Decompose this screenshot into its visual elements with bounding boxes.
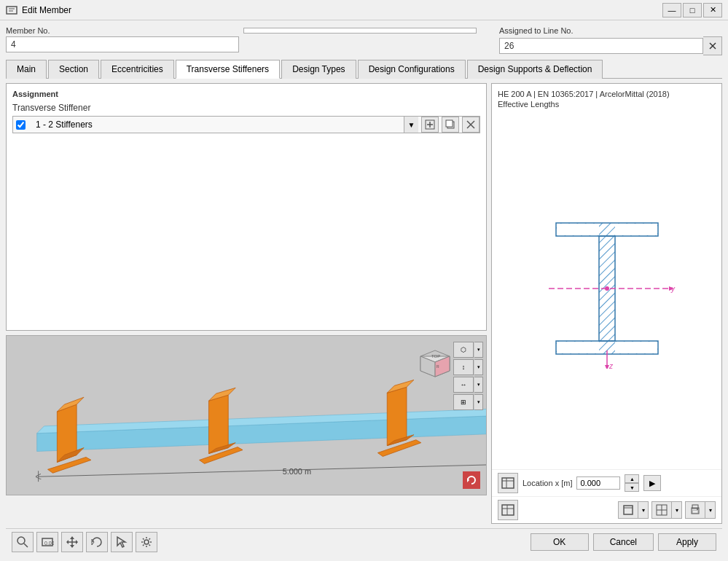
table-view-btn-group: ▾ bbox=[651, 501, 682, 519]
assigned-line-label: Assigned to Line No. bbox=[499, 26, 722, 35]
location-input[interactable]: 0.000 bbox=[576, 476, 620, 490]
search-tool-btn[interactable] bbox=[12, 532, 34, 552]
tab-transverse-stiffeners[interactable]: Transverse Stiffeners bbox=[176, 60, 280, 79]
y-axis-arrow[interactable]: ▾ bbox=[474, 377, 483, 393]
location-up-btn[interactable]: ▲ bbox=[625, 474, 639, 483]
close-button[interactable]: ✕ bbox=[703, 3, 722, 17]
svg-rect-62 bbox=[502, 505, 514, 515]
print-arrow[interactable]: ▾ bbox=[705, 501, 716, 519]
svg-marker-23 bbox=[387, 387, 407, 445]
value-input-btn[interactable]: 0.00 bbox=[36, 532, 58, 552]
minimize-button[interactable]: — bbox=[662, 3, 681, 17]
assignment-box: Assignment Transverse Stiffener 1 - 2 St… bbox=[6, 83, 487, 331]
svg-text:z: z bbox=[608, 362, 614, 369]
svg-marker-85 bbox=[117, 537, 125, 547]
stiffener-checkbox[interactable] bbox=[16, 120, 26, 130]
xy-plane-arrow[interactable]: ▾ bbox=[474, 394, 483, 410]
print-btn[interactable] bbox=[685, 501, 705, 519]
tab-eccentricities[interactable]: Eccentricities bbox=[101, 60, 174, 79]
svg-marker-82 bbox=[66, 540, 69, 544]
stiffener-row: 1 - 2 Stiffeners ▼ bbox=[12, 116, 480, 133]
section-canvas: y z bbox=[498, 113, 716, 463]
location-go-btn[interactable]: ▶ bbox=[643, 475, 661, 491]
right-panel: HE 200 A | EN 10365:2017 | ArcelorMittal… bbox=[491, 83, 722, 524]
cancel-button[interactable]: Cancel bbox=[593, 533, 654, 551]
frame-view-arrow[interactable]: ▾ bbox=[638, 501, 649, 519]
svg-text:R: R bbox=[437, 364, 439, 369]
member-no-label: Member No. bbox=[6, 26, 239, 35]
settings-btn[interactable] bbox=[136, 532, 157, 552]
y-axis-btn[interactable]: ↔ bbox=[453, 377, 474, 393]
top-fields: Member No. 4 Assigned to Line No. 26 bbox=[6, 26, 722, 55]
middle-field[interactable] bbox=[243, 28, 477, 34]
table-view-arrow[interactable]: ▾ bbox=[672, 501, 682, 519]
3d-canvas: 5.000 m bbox=[7, 336, 486, 495]
svg-marker-19 bbox=[208, 395, 228, 453]
maximize-button[interactable]: □ bbox=[683, 3, 702, 17]
tab-design-configurations[interactable]: Design Configurations bbox=[358, 60, 466, 79]
tab-design-types[interactable]: Design Types bbox=[281, 60, 356, 79]
window-title: Edit Member bbox=[22, 5, 71, 15]
svg-marker-80 bbox=[70, 536, 74, 539]
move-btn[interactable] bbox=[61, 532, 83, 552]
tabs-bar: Main Section Eccentricities Transverse S… bbox=[6, 60, 722, 79]
stiffener-copy-btn[interactable] bbox=[442, 117, 459, 133]
svg-rect-59 bbox=[502, 478, 514, 488]
svg-rect-72 bbox=[692, 511, 698, 513]
svg-text:0.00: 0.00 bbox=[44, 541, 54, 546]
tab-section[interactable]: Section bbox=[48, 60, 99, 79]
footer-bar: 0.00 OK Cancel Apply bbox=[6, 528, 722, 555]
svg-rect-48 bbox=[557, 342, 599, 353]
assigned-line-clear-btn[interactable] bbox=[703, 36, 722, 55]
xy-plane-btn[interactable]: ⊞ bbox=[453, 394, 474, 410]
app-icon bbox=[6, 4, 17, 16]
svg-rect-46 bbox=[557, 224, 599, 235]
svg-line-75 bbox=[24, 544, 28, 547]
assigned-line-input[interactable]: 26 bbox=[499, 38, 703, 54]
frame-view-btn[interactable] bbox=[618, 501, 638, 519]
rotate-btn[interactable] bbox=[86, 532, 108, 552]
svg-rect-9 bbox=[446, 120, 453, 127]
stiffener-dropdown[interactable]: 1 - 2 Stiffeners bbox=[31, 117, 401, 132]
table-view-btn[interactable] bbox=[651, 501, 672, 519]
svg-rect-49 bbox=[615, 342, 657, 353]
iso-view-btn[interactable]: ⬡ bbox=[453, 342, 474, 358]
ok-button[interactable]: OK bbox=[531, 533, 589, 551]
section-map-btn[interactable] bbox=[498, 500, 518, 520]
iso-view-arrow[interactable]: ▾ bbox=[474, 342, 483, 358]
content-area: Assignment Transverse Stiffener 1 - 2 St… bbox=[6, 83, 722, 524]
svg-point-73 bbox=[697, 509, 698, 510]
cross-section-svg: y z bbox=[534, 208, 680, 369]
svg-text:y: y bbox=[670, 285, 676, 293]
svg-text:5.000 m: 5.000 m bbox=[283, 467, 311, 476]
select-btn[interactable] bbox=[111, 532, 133, 552]
footer-actions: OK Cancel Apply bbox=[531, 533, 716, 551]
nav-controls: ⬡ ▾ ↕ ▾ ↔ ▾ ⊞ ▾ bbox=[453, 342, 483, 410]
svg-point-57 bbox=[605, 286, 609, 291]
3d-view: 5.000 m bbox=[6, 335, 487, 495]
print-btn-group: ▾ bbox=[685, 501, 716, 519]
svg-rect-47 bbox=[615, 224, 657, 235]
location-down-btn[interactable]: ▼ bbox=[625, 483, 639, 492]
tab-design-supports[interactable]: Design Supports & Deflection bbox=[467, 60, 603, 79]
location-map-btn[interactable] bbox=[498, 473, 518, 493]
dropdown-arrow-icon[interactable]: ▼ bbox=[404, 117, 418, 133]
svg-rect-0 bbox=[7, 7, 17, 14]
view-controls: ▾ ▾ ▾ bbox=[492, 496, 721, 523]
refresh-btn[interactable] bbox=[463, 471, 480, 489]
frame-view-btn-group: ▾ bbox=[618, 501, 649, 519]
x-axis-arrow[interactable]: ▾ bbox=[474, 359, 483, 375]
stiffener-add-btn[interactable] bbox=[421, 117, 439, 133]
x-axis-btn[interactable]: ↕ bbox=[453, 359, 474, 375]
svg-marker-83 bbox=[76, 540, 78, 544]
tab-main[interactable]: Main bbox=[6, 60, 47, 79]
stiffener-label: Transverse Stiffener bbox=[12, 103, 480, 113]
section-preview: HE 200 A | EN 10365:2017 | ArcelorMittal… bbox=[492, 84, 721, 469]
apply-button[interactable]: Apply bbox=[658, 533, 716, 551]
svg-point-74 bbox=[17, 537, 25, 544]
member-no-input[interactable]: 4 bbox=[6, 36, 239, 52]
cube-navigator[interactable]: TOP R bbox=[413, 342, 457, 385]
svg-rect-65 bbox=[624, 506, 633, 514]
stiffener-delete-btn[interactable] bbox=[462, 117, 480, 133]
left-panel: Assignment Transverse Stiffener 1 - 2 St… bbox=[6, 83, 487, 524]
